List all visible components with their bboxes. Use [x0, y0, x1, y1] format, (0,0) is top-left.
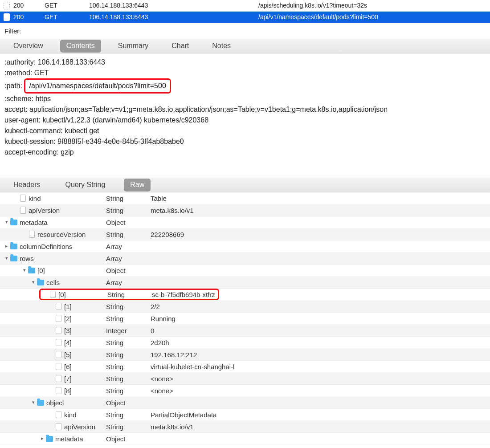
file-icon	[28, 230, 36, 238]
file-icon	[54, 411, 62, 419]
tree-row[interactable]: ▾rowsArray	[0, 253, 490, 265]
folder-icon	[37, 278, 45, 286]
path: /apis/scheduling.k8s.io/v1?timeout=32s	[258, 1, 490, 10]
folder-icon	[10, 254, 18, 262]
subtab-raw[interactable]: Raw	[124, 179, 151, 191]
tree-row[interactable]: ▾[0]Object	[0, 265, 490, 277]
chevron-icon[interactable]: ▸	[39, 435, 45, 442]
tree-node-name: [7]	[64, 374, 72, 383]
tree-node-type: String	[106, 338, 151, 347]
tree-row[interactable]: [2]StringRunning	[0, 313, 490, 325]
chevron-icon[interactable]: ▾	[30, 279, 37, 285]
tree-node-name: resourceVersion	[37, 230, 86, 239]
tab-summary[interactable]: Summary	[112, 40, 155, 52]
file-icon	[54, 423, 62, 431]
chevron-icon[interactable]: ▾	[30, 399, 37, 406]
file-icon	[54, 302, 62, 310]
request-row[interactable]: 200 GET 106.14.188.133:6443 /apis/schedu…	[0, 0, 490, 12]
file-icon	[54, 387, 62, 395]
hdr-key: accept:	[4, 106, 28, 113]
file-icon	[54, 362, 62, 371]
tree-node-name: kind	[29, 194, 41, 203]
tree-node-value: <none>	[151, 374, 490, 383]
hdr-key: accept-encoding:	[4, 148, 59, 156]
tree-row[interactable]: kindStringPartialObjectMetadata	[0, 409, 490, 421]
tree-row[interactable]: [5]String192.168.12.212	[0, 349, 490, 361]
tree-node-name: object	[46, 398, 64, 407]
tree-row[interactable]: ▸metadataObject	[0, 433, 490, 445]
hdr-val: 9f888f5f-e349-4e0e-84b5-3ff4ab8babe0	[57, 138, 184, 145]
folder-icon	[28, 266, 36, 274]
file-icon	[54, 314, 62, 322]
tree-node-type: Object	[106, 218, 151, 227]
tree-row[interactable]: ▸columnDefinitionsArray	[0, 240, 490, 253]
http-method: GET	[45, 1, 89, 10]
tree-node-type: String	[106, 374, 151, 383]
subtab-query[interactable]: Query String	[59, 179, 111, 191]
tree-row[interactable]: [1]String2/2	[0, 301, 490, 313]
tree-node-name: [6]	[64, 362, 72, 371]
tree-node-name: [0]	[37, 266, 45, 275]
tree-row[interactable]: ▾cellsArray	[0, 277, 490, 289]
chevron-icon[interactable]: ▾	[4, 255, 10, 261]
body-tabbar: Headers Query String Raw	[0, 178, 490, 192]
request-row-selected[interactable]: 200 GET 106.14.188.133:6443 /api/v1/name…	[0, 12, 490, 23]
tree-row[interactable]: ▾objectObject	[0, 397, 490, 409]
tree-row[interactable]: [6]Stringvirtual-kubelet-cn-shanghai-l	[0, 361, 490, 373]
tree-row[interactable]: ▾metadataObject	[0, 216, 490, 228]
tree-node-value: sc-b-7f5dfb694b-xtfrz	[152, 290, 215, 299]
tree-node-value: <none>	[151, 386, 490, 395]
tree-node-value: 0	[151, 326, 490, 335]
tree-node-type: String	[106, 350, 151, 359]
tree-node-type: String	[107, 290, 152, 299]
hdr-val: kubectl/v1.22.3 (darwin/amd64) kubernete…	[42, 116, 208, 124]
tree-node-name: kind	[64, 410, 77, 419]
hdr-val: gzip	[61, 148, 74, 156]
tree-node-type: String	[106, 302, 151, 311]
tree-node-value: 222208669	[151, 230, 490, 239]
folder-icon	[37, 399, 45, 407]
chevron-icon[interactable]: ▾	[4, 219, 10, 225]
host: 106.14.188.133:6443	[89, 13, 258, 22]
tree-node-type: Array	[106, 254, 151, 263]
chevron-icon[interactable]: ▾	[21, 267, 28, 273]
file-icon	[19, 194, 27, 202]
hdr-key: user-agent:	[4, 116, 41, 124]
tree-row[interactable]: [8]String<none>	[0, 385, 490, 397]
file-icon	[0, 13, 13, 21]
filter-input[interactable]	[25, 26, 486, 36]
tree-row[interactable]: kindStringTable	[0, 192, 490, 204]
tree-node-type: String	[106, 194, 151, 203]
subtab-headers[interactable]: Headers	[7, 179, 46, 191]
tree-node-type: Object	[106, 266, 151, 275]
tab-overview[interactable]: Overview	[7, 40, 49, 52]
tree-node-name: metadata	[20, 218, 48, 227]
tree-row[interactable]: [4]String2d20h	[0, 337, 490, 349]
file-icon	[54, 375, 62, 383]
tree-node-name: [8]	[64, 386, 72, 395]
tab-notes[interactable]: Notes	[206, 40, 237, 52]
tree-node-value: 192.168.12.212	[151, 350, 490, 359]
detail-tabbar: Overview Contents Summary Chart Notes	[0, 39, 490, 53]
tree-row[interactable]: [3]Integer0	[0, 325, 490, 337]
tree-node-type: String	[106, 230, 151, 239]
file-icon	[54, 338, 62, 346]
tree-node-name: cells	[46, 278, 60, 287]
status-code: 200	[13, 13, 45, 22]
chevron-icon[interactable]: ▸	[4, 243, 10, 249]
tree-row[interactable]: resourceVersionString222208669	[0, 228, 490, 240]
tree-node-type: String	[106, 362, 151, 371]
filter-label: Filter:	[4, 26, 21, 36]
tree-row[interactable]: [0]Stringsc-b-7f5dfb694b-xtfrz	[0, 289, 490, 301]
http-method: GET	[45, 13, 89, 22]
path: /api/v1/namespaces/default/pods?limit=50…	[258, 13, 490, 22]
tree-row[interactable]: apiVersionStringmeta.k8s.io/v1	[0, 421, 490, 433]
tree-row[interactable]: [7]String<none>	[0, 373, 490, 385]
hdr-key: :authority:	[4, 58, 36, 66]
tree-row[interactable]: apiVersionStringmeta.k8s.io/v1	[0, 204, 490, 216]
tab-contents[interactable]: Contents	[60, 40, 101, 52]
file-icon	[19, 206, 27, 214]
tab-chart[interactable]: Chart	[165, 40, 195, 52]
hdr-val: 106.14.188.133:6443	[38, 58, 105, 66]
tree-node-name: columnDefinitions	[20, 242, 72, 251]
